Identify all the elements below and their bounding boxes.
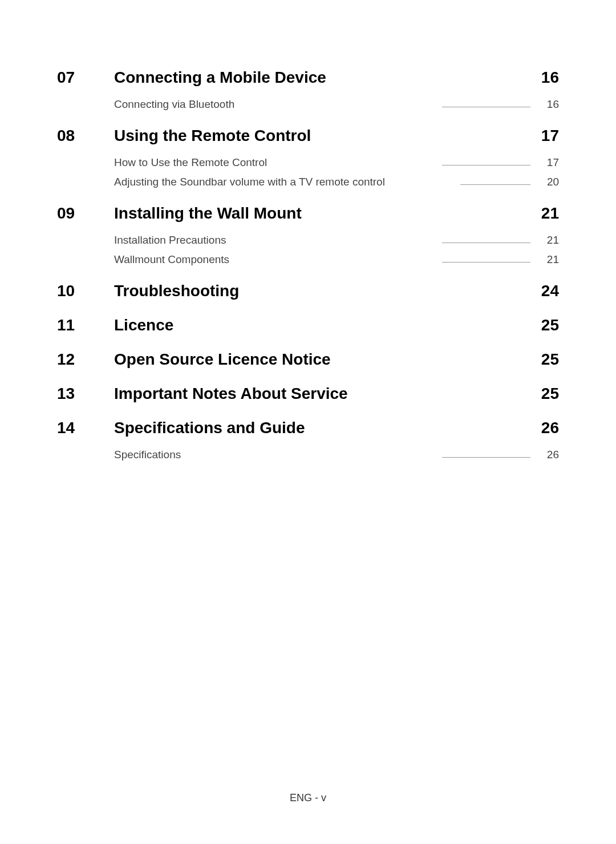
- section-number: 09: [57, 204, 114, 223]
- sub-item[interactable]: Specifications 26: [114, 449, 559, 461]
- section-number: 13: [57, 385, 114, 403]
- toc-section-09: 09 Installing the Wall Mount 21 Installa…: [57, 204, 559, 266]
- section-page: 25: [525, 385, 559, 403]
- section-header[interactable]: 12 Open Source Licence Notice 25: [57, 350, 559, 369]
- sub-item[interactable]: How to Use the Remote Control 17: [114, 156, 559, 169]
- sub-item-title: Wallmount Components: [114, 253, 229, 266]
- sub-item-page: 17: [536, 156, 559, 169]
- sub-item[interactable]: Installation Precautions 21: [114, 234, 559, 247]
- sub-item[interactable]: Connecting via Bluetooth 16: [114, 98, 559, 111]
- section-page: 17: [525, 127, 559, 145]
- leader-line: [442, 262, 530, 263]
- sub-item-title: Installation Precautions: [114, 234, 226, 247]
- sub-item-title: Adjusting the Soundbar volume with a TV …: [114, 176, 385, 188]
- section-number: 14: [57, 419, 114, 437]
- sub-item[interactable]: Wallmount Components 21: [114, 253, 559, 266]
- toc-section-10: 10 Troubleshooting 24: [57, 282, 559, 300]
- section-page: 26: [525, 419, 559, 437]
- sub-item[interactable]: Adjusting the Soundbar volume with a TV …: [114, 176, 559, 188]
- section-title: Specifications and Guide: [114, 419, 525, 437]
- section-header[interactable]: 10 Troubleshooting 24: [57, 282, 559, 300]
- leader-line: [442, 165, 530, 165]
- sub-item-page: 26: [536, 449, 559, 461]
- section-title: Licence: [114, 316, 525, 334]
- section-title: Open Source Licence Notice: [114, 350, 525, 369]
- section-title: Installing the Wall Mount: [114, 204, 525, 223]
- section-number: 08: [57, 127, 114, 145]
- section-page: 16: [525, 68, 559, 87]
- section-header[interactable]: 08 Using the Remote Control 17: [57, 127, 559, 145]
- leader-line: [442, 243, 530, 243]
- toc-section-12: 12 Open Source Licence Notice 25: [57, 350, 559, 369]
- leader-line: [460, 184, 530, 185]
- sub-item-page: 21: [536, 234, 559, 247]
- section-number: 07: [57, 68, 114, 87]
- section-title: Troubleshooting: [114, 282, 525, 300]
- section-page: 24: [525, 282, 559, 300]
- section-header[interactable]: 07 Connecting a Mobile Device 16: [57, 68, 559, 87]
- page-footer: ENG - v: [0, 792, 616, 804]
- section-title: Using the Remote Control: [114, 127, 525, 145]
- section-header[interactable]: 13 Important Notes About Service 25: [57, 385, 559, 403]
- sub-item-page: 21: [536, 253, 559, 266]
- sub-item-title: How to Use the Remote Control: [114, 156, 267, 169]
- sub-item-title: Connecting via Bluetooth: [114, 98, 234, 111]
- section-page: 25: [525, 316, 559, 334]
- section-number: 12: [57, 350, 114, 369]
- toc-page: 07 Connecting a Mobile Device 16 Connect…: [0, 0, 616, 461]
- toc-section-07: 07 Connecting a Mobile Device 16 Connect…: [57, 68, 559, 111]
- toc-section-11: 11 Licence 25: [57, 316, 559, 334]
- sub-item-page: 16: [536, 98, 559, 111]
- section-number: 11: [57, 316, 114, 334]
- section-header[interactable]: 11 Licence 25: [57, 316, 559, 334]
- sub-item-page: 20: [536, 176, 559, 188]
- section-page: 25: [525, 350, 559, 369]
- toc-section-08: 08 Using the Remote Control 17 How to Us…: [57, 127, 559, 188]
- section-title: Important Notes About Service: [114, 385, 525, 403]
- sub-item-title: Specifications: [114, 449, 181, 461]
- section-header[interactable]: 09 Installing the Wall Mount 21: [57, 204, 559, 223]
- toc-section-14: 14 Specifications and Guide 26 Specifica…: [57, 419, 559, 461]
- leader-line: [442, 107, 530, 107]
- toc-section-13: 13 Important Notes About Service 25: [57, 385, 559, 403]
- section-number: 10: [57, 282, 114, 300]
- leader-line: [442, 457, 530, 458]
- section-header[interactable]: 14 Specifications and Guide 26: [57, 419, 559, 437]
- section-title: Connecting a Mobile Device: [114, 68, 525, 87]
- section-page: 21: [525, 204, 559, 223]
